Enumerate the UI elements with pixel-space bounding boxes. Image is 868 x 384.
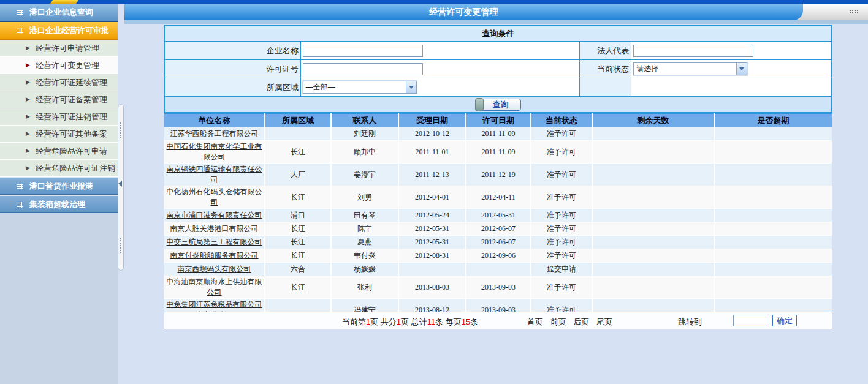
company-link[interactable]: 南京市浦口港务有限责任公司 [167,211,262,219]
pagination-text: 页 共分 [370,317,397,326]
search-button-row: 查询 [165,97,832,113]
cell-overdue [714,186,832,209]
submenu-item-record-manage[interactable]: ▶ 经营许可证备案管理 [0,91,118,108]
col-header-remain-days[interactable]: 剩余天数 [592,114,714,127]
col-header-overdue[interactable]: 是否超期 [714,114,832,127]
cell-accept-date: 2012-05-24 [398,209,466,222]
col-header-permit-date[interactable]: 许可日期 [466,114,531,127]
dropdown-button[interactable] [736,63,747,75]
submenu-item-label: 经营许可申请管理 [36,43,99,53]
submenu-arrow-icon: ▶ [26,160,30,176]
cell-region: 长江 [265,141,331,164]
menu-arrow-dots-icon [17,202,23,208]
submenu-item-other-record[interactable]: ▶ 经营许可证其他备案 [0,126,118,143]
sidebar-item-label: 集装箱超载治理 [29,200,85,209]
cell-status: 准予许可 [531,222,592,236]
sidebar-item-container-overload[interactable]: 集装箱超载治理 [0,195,118,213]
first-page-link[interactable]: 首页 [527,317,543,326]
prev-page-link[interactable]: 前页 [550,317,566,326]
company-link[interactable]: 中国石化集团南京化学工业有限公司 [167,142,262,161]
table-row: 中交三航局第三工程有限公司 长江 夏燕 2012-05-31 2012-06-0… [164,236,832,249]
cell-status: 准予许可 [531,209,592,222]
jump-confirm-button[interactable]: 确定 [772,315,797,326]
sidebar-collapse-handle[interactable] [118,104,124,271]
submenu-item-label: 经营许可变更管理 [36,61,99,70]
submenu-item-danger-apply[interactable]: ▶ 经营危险品许可申请 [0,143,118,160]
query-button[interactable]: 查询 [476,99,521,111]
search-condition-table: 查询条件 企业名称 法人代表 许可证号 当前状态 请选择 所属区域 —全部— [164,25,832,113]
results-table: 单位名称 所属区域 联系人 受理日期 许可日期 当前状态 剩余天数 是否超期 江… [164,113,832,322]
table-row: 南京钢铁四通运输有限责任公司 大厂 姜漫宇 2011-12-13 2011-12… [164,164,832,186]
cell-region [265,127,331,141]
cell-company: 南京钢铁四通运输有限责任公司 [164,164,265,186]
cell-contact: 刘勇 [331,186,398,209]
company-link[interactable]: 南京钢铁四通运输有限责任公司 [167,165,262,184]
company-link[interactable]: 中海油南京顺海水上供油有限公司 [167,277,262,296]
submenu-arrow-icon: ▶ [26,108,30,125]
submenu-item-change-manage[interactable]: ▶ 经营许可变更管理 [0,57,118,74]
company-name-input[interactable] [303,45,423,57]
region-label: 所属区域 [165,78,301,97]
submenu-item-renew-manage[interactable]: ▶ 经营许可证延续管理 [0,74,118,91]
jump-page-input[interactable] [733,315,766,326]
dropdown-button[interactable] [406,81,416,93]
col-header-status[interactable]: 当前状态 [531,114,592,127]
license-no-label: 许可证号 [165,60,301,78]
cell-region: 六合 [265,263,331,276]
region-value: —全部— [303,82,406,92]
cell-status: 准予许可 [531,141,592,164]
company-link[interactable]: 南京大胜关港港口有限公司 [170,224,259,233]
cell-region: 长江 [265,236,331,249]
chevron-down-icon [409,86,414,89]
cell-contact: 韦付炎 [331,249,398,263]
col-header-contact[interactable]: 联系人 [331,114,398,127]
region-select[interactable]: —全部— [303,81,417,94]
cell-company: 中海油南京顺海水上供油有限公司 [164,276,265,299]
company-link[interactable]: 中化扬州石化码头仓储有限公司 [167,187,262,206]
page-size-number: 15 [462,317,470,326]
last-page-link[interactable]: 尾页 [596,317,612,326]
table-row: 江苏华西船务工程有限公司 刘廷刚 2012-10-12 2011-11-09 准… [164,127,832,141]
sidebar-item-license-approval[interactable]: 港口企业经营许可审批 [0,22,118,40]
cell-permit-date: 2012-06-07 [466,236,531,249]
empty-label-cell [580,78,631,97]
col-header-company[interactable]: 单位名称 [164,114,265,127]
sidebar-item-cargo-report[interactable]: 港口普货作业报港 [0,177,118,195]
col-header-region[interactable]: 所属区域 [265,114,331,127]
current-status-value: 请选择 [634,64,736,74]
company-link[interactable]: 江苏华西船务工程有限公司 [170,129,259,138]
legal-person-input[interactable] [633,45,753,57]
cell-overdue [714,249,832,263]
main-content: 经营许可变更管理 查询条件 企业名称 法人代表 许可证号 当前状态 请选择 [124,4,868,384]
cell-overdue [714,222,832,236]
pagination-summary: 当前第1页 共分1页 总计11条 每页15条 [342,317,478,328]
button-grip-decoration [475,98,484,111]
license-no-input[interactable] [303,63,423,75]
current-status-label: 当前状态 [580,60,631,78]
sidebar-item-label: 港口普货作业报港 [29,181,93,190]
submenu-item-label: 经营许可证延续管理 [36,78,107,87]
sidebar-item-info-query[interactable]: 港口企业信息查询 [0,4,118,22]
cell-remain-days [592,209,714,222]
submenu-item-cancel-manage[interactable]: ▶ 经营许可证注销管理 [0,108,118,126]
chevron-down-icon [739,67,744,70]
cell-status: 准予许可 [531,127,592,141]
company-link[interactable]: 中交三航局第三工程有限公司 [167,238,262,246]
table-row: 中化扬州石化码头仓储有限公司 长江 刘勇 2012-04-01 2012-04-… [164,186,832,209]
cell-accept-date: 2013-08-03 [398,276,466,299]
cell-company: 南京付炎船舶服务有限公司 [164,249,265,263]
cell-accept-date: 2012-10-12 [398,127,466,141]
company-link[interactable]: 南京付炎船舶服务有限公司 [170,251,259,260]
company-link[interactable]: 南京西坝码头有限公司 [178,265,251,273]
next-page-link[interactable]: 后页 [573,317,589,326]
legal-person-label: 法人代表 [580,42,631,60]
pagination-text: 当前第 [342,317,366,326]
table-row: 南京市浦口港务有限责任公司 浦口 田有琴 2012-05-24 2012-05-… [164,209,832,222]
col-header-accept-date[interactable]: 受理日期 [398,114,466,127]
current-status-select[interactable]: 请选择 [633,62,747,75]
table-row: 南京大胜关港港口有限公司 长江 陈宁 2012-05-31 2012-06-07… [164,222,832,236]
total-pages-number: 1 [397,317,401,326]
submenu-item-danger-cancel[interactable]: ▶ 经营危险品许可证注销 [0,160,118,177]
submenu-item-apply-manage[interactable]: ▶ 经营许可申请管理 [0,40,118,57]
cell-remain-days [592,186,714,209]
